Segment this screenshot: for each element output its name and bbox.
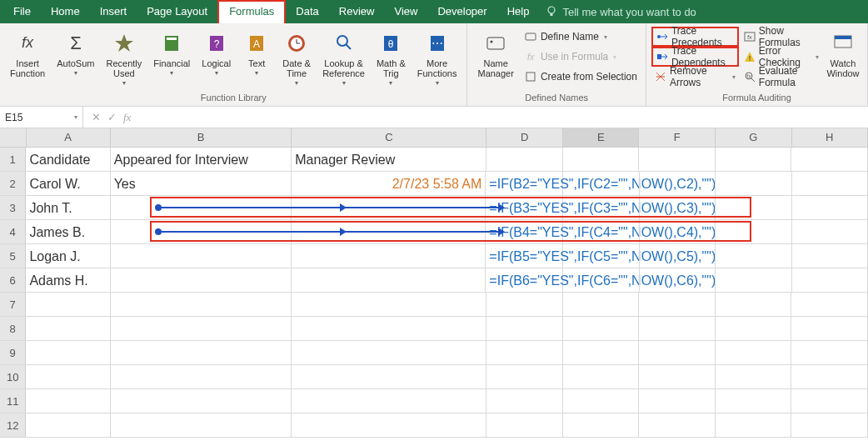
- cell[interactable]: John T.: [26, 196, 110, 219]
- cell[interactable]: [716, 268, 791, 292]
- cell[interactable]: [486, 293, 563, 316]
- trace-precedents-button[interactable]: Trace Precedents: [651, 27, 739, 47]
- fx-icon[interactable]: fx: [123, 111, 131, 124]
- tab-file[interactable]: File: [3, 0, 41, 23]
- row-header[interactable]: 12: [0, 413, 26, 437]
- row-header[interactable]: 3: [0, 196, 26, 219]
- cell[interactable]: [791, 365, 868, 388]
- name-box[interactable]: E15▾: [0, 107, 83, 128]
- cell[interactable]: [563, 268, 639, 292]
- cell[interactable]: [716, 220, 791, 243]
- select-all-corner[interactable]: [0, 128, 27, 147]
- cell[interactable]: 2/7/23 5:58 AM: [292, 172, 486, 195]
- cell[interactable]: James B.: [26, 220, 110, 243]
- cell[interactable]: [639, 389, 716, 413]
- cell[interactable]: Manager Review: [292, 148, 486, 171]
- cell[interactable]: [292, 244, 486, 268]
- cell[interactable]: [292, 317, 486, 340]
- cell[interactable]: [292, 268, 486, 292]
- cell[interactable]: Yes: [111, 172, 292, 195]
- cell[interactable]: [26, 341, 110, 364]
- cancel-icon[interactable]: ✕: [92, 111, 101, 123]
- col-header-f[interactable]: F: [639, 128, 716, 147]
- row-header[interactable]: 6: [0, 268, 26, 292]
- cell[interactable]: [640, 244, 716, 268]
- tab-page-layout[interactable]: Page Layout: [137, 0, 217, 23]
- cell[interactable]: [791, 148, 868, 171]
- cell[interactable]: =IF(B2="YES",IF(C2="",NOW(),C2),""): [486, 172, 563, 195]
- cell[interactable]: [563, 220, 639, 243]
- cell[interactable]: [26, 317, 110, 340]
- col-header-b[interactable]: B: [111, 128, 292, 147]
- cell[interactable]: [111, 389, 292, 413]
- tab-review[interactable]: Review: [329, 0, 385, 23]
- cell[interactable]: [792, 172, 868, 195]
- show-formulas-button[interactable]: fxShow Formulas: [741, 27, 822, 47]
- use-in-formula-button[interactable]: fxUse in Formula▾: [521, 47, 641, 67]
- cell[interactable]: [26, 365, 110, 388]
- financial-button[interactable]: Financial▾: [148, 27, 195, 91]
- cell[interactable]: [111, 365, 292, 388]
- cell[interactable]: [563, 244, 639, 268]
- cell[interactable]: [639, 341, 716, 364]
- cell[interactable]: [640, 220, 716, 243]
- tab-view[interactable]: View: [384, 0, 427, 23]
- tab-data[interactable]: Data: [286, 0, 328, 23]
- cell[interactable]: [639, 413, 716, 437]
- recently-used-button[interactable]: RecentlyUsed▾: [101, 27, 147, 91]
- cell[interactable]: [792, 196, 868, 219]
- col-header-c[interactable]: C: [292, 128, 486, 147]
- chevron-down-icon[interactable]: ▾: [74, 113, 77, 121]
- cell[interactable]: Candidate: [26, 148, 110, 171]
- cell[interactable]: [26, 389, 110, 413]
- cell[interactable]: [26, 293, 110, 316]
- insert-function-button[interactable]: fx InsertFunction: [5, 27, 50, 91]
- cell[interactable]: [292, 341, 486, 364]
- cell[interactable]: [640, 196, 716, 219]
- cell[interactable]: [716, 365, 792, 388]
- cell[interactable]: [111, 341, 292, 364]
- evaluate-formula-button[interactable]: fxEvaluate Formula: [741, 67, 822, 87]
- cell[interactable]: =IF(B5="YES",IF(C5="",NOW(),C5),""): [486, 244, 563, 268]
- cell[interactable]: [563, 341, 640, 364]
- cell[interactable]: Appeared for Interview: [111, 148, 292, 171]
- row-header[interactable]: 1: [0, 148, 26, 171]
- cell[interactable]: [486, 317, 563, 340]
- cell[interactable]: [486, 365, 563, 388]
- row-header[interactable]: 9: [0, 341, 26, 364]
- tab-developer[interactable]: Developer: [427, 0, 496, 23]
- cell[interactable]: [111, 244, 292, 268]
- cell[interactable]: [563, 148, 640, 171]
- cell[interactable]: [563, 365, 640, 388]
- cell[interactable]: [716, 413, 792, 437]
- error-checking-button[interactable]: !Error Checking▾: [741, 47, 822, 67]
- tab-help[interactable]: Help: [497, 0, 540, 23]
- cell[interactable]: [716, 196, 791, 219]
- row-header[interactable]: 10: [0, 365, 26, 388]
- cell[interactable]: [292, 389, 486, 413]
- cell[interactable]: [716, 341, 792, 364]
- row-header[interactable]: 8: [0, 317, 26, 340]
- cell[interactable]: [563, 196, 639, 219]
- cell[interactable]: [716, 172, 791, 195]
- tab-insert[interactable]: Insert: [90, 0, 137, 23]
- row-header[interactable]: 2: [0, 172, 26, 195]
- cell[interactable]: [111, 268, 292, 292]
- col-header-a[interactable]: A: [27, 128, 111, 147]
- cell[interactable]: [791, 317, 868, 340]
- cell[interactable]: [563, 389, 640, 413]
- cell[interactable]: [716, 317, 792, 340]
- cell[interactable]: [111, 317, 292, 340]
- text-button[interactable]: A Text▾: [237, 27, 276, 91]
- tab-formulas[interactable]: Formulas: [217, 0, 286, 23]
- cell[interactable]: [563, 317, 640, 340]
- date-time-button[interactable]: Date &Time▾: [277, 27, 316, 91]
- watch-window-button[interactable]: WatchWindow: [824, 27, 862, 91]
- row-header[interactable]: 5: [0, 244, 26, 268]
- col-header-e[interactable]: E: [563, 128, 640, 147]
- enter-icon[interactable]: ✓: [107, 111, 117, 123]
- cell[interactable]: [639, 148, 716, 171]
- cell[interactable]: [791, 413, 868, 437]
- cell[interactable]: [640, 172, 716, 195]
- remove-arrows-button[interactable]: Remove Arrows▾: [651, 67, 739, 87]
